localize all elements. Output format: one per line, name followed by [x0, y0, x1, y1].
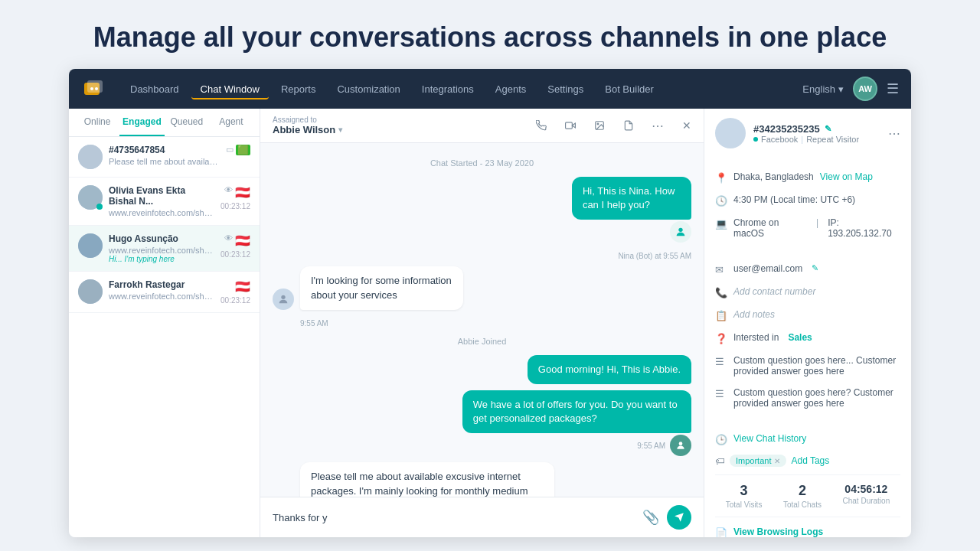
bot-avatar [670, 221, 691, 243]
message-row: Good morning! Hi, This is Abbie. [273, 355, 691, 384]
nav-reports[interactable]: Reports [272, 79, 325, 99]
chat-duration-label: Chat Duration [843, 497, 890, 505]
avatar [78, 279, 103, 304]
email-icon: ✉ [715, 264, 727, 276]
typing-indicator: Hi... I'm typing here [109, 255, 214, 263]
nav-links: Dashboard Chat Window Reports Customizat… [121, 79, 802, 99]
flag-icon: 🇦🇹 [235, 279, 250, 294]
assigned-info: Assaigned to Abbie Wilson ▾ [273, 116, 342, 135]
view-browsing-logs-link[interactable]: View Browsing Logs [733, 527, 823, 537]
message-bubble: I'm looking for some information about y… [300, 266, 463, 309]
chat-icons: 👁 🇦🇹 [224, 185, 250, 200]
edit-email-icon[interactable]: ✎ [812, 263, 818, 273]
remove-tag-button[interactable]: ✕ [774, 457, 780, 465]
tag-badge: Important ✕ [730, 455, 786, 467]
chat-name: Farrokh Rastegar [109, 279, 214, 290]
add-phone[interactable]: Add contact number [733, 286, 815, 297]
language-selector[interactable]: English ▾ [802, 83, 844, 95]
nav-settings[interactable]: Settings [538, 79, 593, 99]
nav-bot-builder[interactable]: Bot Builder [596, 79, 663, 99]
chat-icons: ▭ 🟩 [226, 145, 250, 155]
visitor-avatar [715, 118, 746, 148]
browse-icon: 📄 [715, 527, 727, 537]
chevron-down-icon: ▾ [838, 83, 844, 95]
avatar [78, 233, 103, 258]
list-icon: ☰ [715, 356, 727, 367]
tab-agent[interactable]: Agent [209, 109, 253, 136]
menu-icon[interactable]: ☰ [887, 80, 899, 97]
note-button[interactable] [618, 115, 639, 136]
chat-preview: www.reveinfotech.com/shad/ [109, 292, 214, 301]
chat-preview: www.reveinfotech.com/shad/ [109, 246, 214, 255]
phone-button[interactable] [531, 115, 552, 136]
chat-item[interactable]: Olivia Evans Ekta Bishal N... www.revein… [69, 178, 260, 226]
edit-icon[interactable]: ✎ [825, 124, 831, 134]
nav-customization[interactable]: Customization [328, 79, 409, 99]
close-button[interactable]: ✕ [682, 119, 691, 132]
nav-dashboard[interactable]: Dashboard [121, 79, 188, 99]
browsing-section: 📄 View Browsing Logs Visiting now: _reve… [715, 525, 900, 537]
sidebar-tabs: Online Engaged Queued Agent [69, 109, 260, 137]
attach-icon[interactable]: 📎 [642, 509, 659, 526]
tags-row: 🏷 Important ✕ Add Tags [715, 455, 900, 467]
right-sidebar: #34235235235 ✎ Facebook | Repeat Visitor… [704, 109, 911, 537]
more-button[interactable]: ⋯ [647, 115, 668, 136]
chat-name: Hugo Assunção [109, 233, 214, 244]
interest-icon: ❓ [715, 333, 727, 344]
chat-header: Assaigned to Abbie Wilson ▾ [260, 109, 704, 143]
user-avatar[interactable]: AW [853, 77, 877, 101]
messages-container: Chat Started - 23 May 2020 Hi, This is N… [260, 143, 704, 497]
chat-info: Olivia Evans Ekta Bishal N... www.revein… [109, 185, 214, 217]
notes-icon: 📋 [715, 310, 727, 321]
chat-item[interactable]: Farrokh Rastegar www.reveinfotech.com/sh… [69, 272, 260, 313]
chat-time: 00:23:12 [220, 296, 250, 305]
chat-area: Assaigned to Abbie Wilson ▾ [260, 109, 704, 537]
message-bubble: Please tell me about available excusive … [300, 462, 554, 497]
time-info: 🕓 4:30 PM (Local time: UTC +6) [715, 193, 900, 208]
total-visits-value: 3 [726, 483, 763, 499]
image-button[interactable] [589, 115, 610, 136]
email-info: ✉ user@email.com ✎ [715, 262, 900, 277]
system-message: Chat Started - 23 May 2020 [273, 158, 691, 168]
tab-online[interactable]: Online [75, 109, 119, 136]
agent-name: Abbie Wilson ▾ [273, 124, 342, 135]
browsing-logs-row: 📄 View Browsing Logs [715, 525, 900, 537]
phone-info: 📞 Add contact number [715, 285, 900, 300]
notes-info: 📋 Add notes [715, 308, 900, 323]
view-map-link[interactable]: View on Map [820, 171, 873, 182]
chat-item[interactable]: Hugo Assunção www.reveinfotech.com/shad/… [69, 226, 260, 272]
view-chat-history-link[interactable]: View Chat History [733, 433, 806, 444]
chat-item[interactable]: #4735647854 Please tell me about availab… [69, 137, 260, 178]
chevron-down-icon[interactable]: ▾ [338, 126, 342, 134]
tab-queued[interactable]: Queued [165, 109, 209, 136]
add-tags-button[interactable]: Add Tags [791, 455, 829, 466]
chat-meta: 🇦🇹 00:23:12 [220, 279, 250, 305]
clock-icon: 🕓 [715, 195, 727, 207]
chat-input[interactable] [273, 512, 635, 523]
send-button[interactable] [667, 505, 691, 530]
chat-input-area: 📎 [260, 497, 704, 537]
location-icon: 📍 [715, 172, 727, 184]
bot-indicator [670, 221, 691, 243]
chat-name: #4735647854 [109, 145, 220, 155]
tab-engaged[interactable]: Engaged [119, 109, 165, 136]
nav-agents[interactable]: Agents [486, 79, 535, 99]
svg-marker-4 [572, 123, 575, 128]
hero-section: Manage all your conversations across cha… [0, 0, 980, 69]
monitor-icon: ▭ [226, 145, 234, 155]
nav-integrations[interactable]: Integrations [413, 79, 483, 99]
add-notes[interactable]: Add notes [733, 309, 775, 320]
total-visits-label: Total Visits [726, 500, 763, 509]
message-row: I'm looking for some information about y… [273, 266, 691, 309]
nav-chat-window[interactable]: Chat Window [191, 79, 269, 99]
flag-icon: 🟩 [236, 145, 250, 155]
visitor-status: Facebook | Repeat Visitor [753, 135, 880, 144]
hero-title: Manage all your conversations across cha… [15, 21, 965, 54]
more-options-button[interactable]: ⋯ [888, 126, 900, 141]
visitor-header: #34235235235 ✎ Facebook | Repeat Visitor… [715, 118, 900, 148]
svg-point-10 [679, 442, 683, 446]
video-button[interactable] [560, 115, 581, 136]
history-icon: 🕒 [715, 434, 727, 445]
svg-point-3 [95, 87, 98, 90]
custom-q2: ☰ Custom question goes here? Customer pr… [715, 386, 900, 410]
